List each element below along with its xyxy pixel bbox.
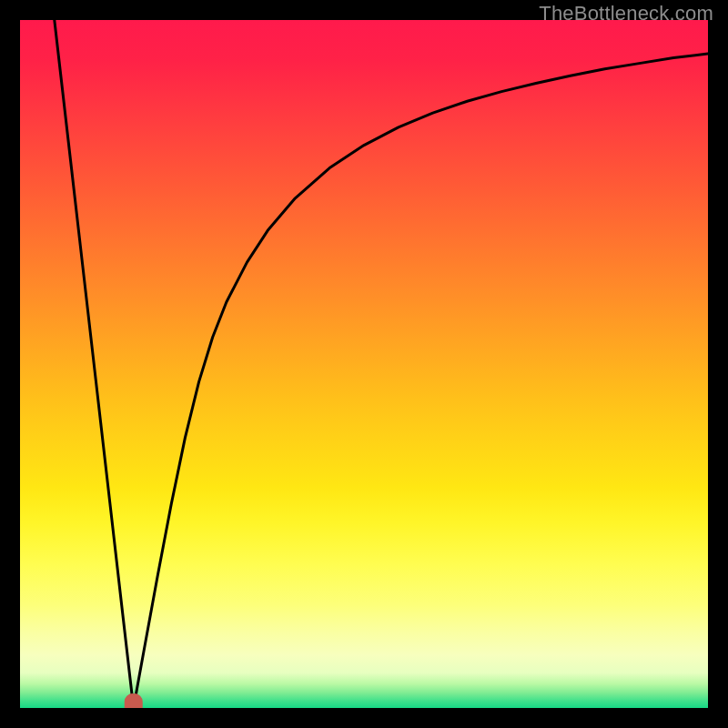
- optimal-marker-shape: [125, 693, 143, 708]
- gradient-background: [20, 20, 708, 708]
- optimal-marker: [125, 693, 143, 708]
- bottleneck-chart: [20, 20, 708, 708]
- chart-frame: TheBottleneck.com: [0, 0, 728, 728]
- watermark-text: TheBottleneck.com: [539, 2, 713, 25]
